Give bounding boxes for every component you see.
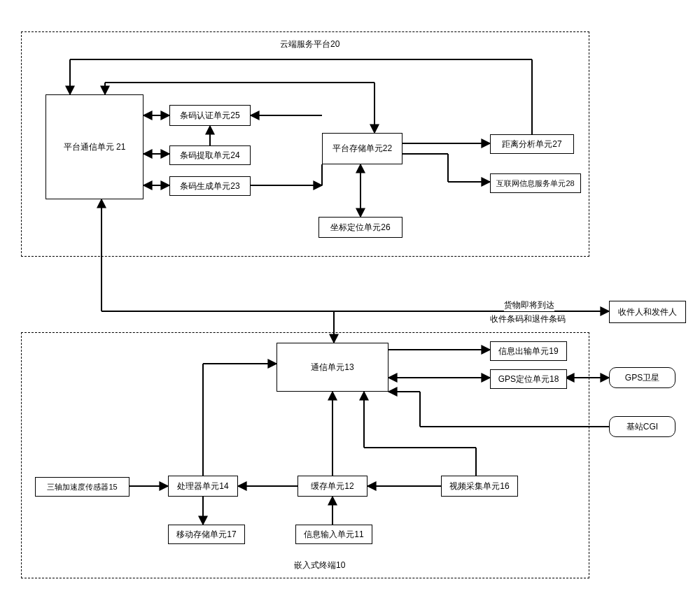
comm-unit-13: 通信单元13 [276,343,388,392]
mobile-store-label: 移动存储单元17 [176,529,236,541]
mobile-store-17: 移动存储单元17 [168,525,245,544]
base-cgi-label: 基站CGI [626,421,658,433]
coord-unit-26: 坐标定位单元26 [318,217,402,238]
barcode-auth-25: 条码认证单元25 [169,105,251,126]
cache-label: 缓存单元12 [311,480,354,492]
internet-unit-28: 互联网信息服务单元28 [490,173,581,193]
video-capture-label: 视频采集单元16 [449,480,509,492]
info-input-11: 信息输入单元11 [295,525,372,544]
accel-sensor-15: 三轴加速度传感器15 [35,477,130,497]
barcode-auth-label: 条码认证单元25 [180,110,239,122]
barcode-gen-23: 条码生成单元23 [169,176,251,196]
coord-unit-label: 坐标定位单元26 [330,222,390,234]
barcode-gen-label: 条码生成单元23 [180,180,239,192]
recipients-box: 收件人和发件人 [609,301,686,323]
barcode-extract-label: 条码提取单元24 [180,150,239,162]
diagram-canvas: 云端服务平台20 平台通信单元 21 条码认证单元25 条码提取单元24 条码生… [0,0,700,598]
processor-label: 处理器单元14 [177,480,228,492]
annotation-barcode: 收件条码和退件条码 [490,313,566,325]
distance-unit-27: 距离分析单元27 [490,134,574,154]
cache-12: 缓存单元12 [298,476,368,497]
recipients-label: 收件人和发件人 [618,306,677,318]
terminal-title: 嵌入式终端10 [294,560,345,571]
platform-store-22: 平台存储单元22 [322,133,402,164]
output-unit-19: 信息出输单元19 [490,341,567,361]
info-input-label: 信息输入单元11 [304,529,363,541]
gps-unit-label: GPS定位单元18 [498,373,559,385]
annotation-arrive: 货物即将到达 [504,299,554,311]
internet-unit-label: 互联网信息服务单元28 [496,178,574,189]
gps-sat-label: GPS卫星 [625,372,659,384]
cloud-comm-label: 平台通信单元 21 [64,141,126,153]
video-capture-16: 视频采集单元16 [441,476,518,497]
output-unit-label: 信息出输单元19 [498,346,558,357]
barcode-extract-24: 条码提取单元24 [169,145,251,165]
gps-sat-box: GPS卫星 [609,367,676,388]
cloud-comm-21: 平台通信单元 21 [46,94,144,199]
gps-unit-18: GPS定位单元18 [490,369,567,389]
distance-unit-label: 距离分析单元27 [502,138,561,150]
accel-sensor-label: 三轴加速度传感器15 [47,482,117,492]
platform-store-label: 平台存储单元22 [332,143,392,155]
processor-14: 处理器单元14 [168,476,238,497]
comm-unit-label: 通信单元13 [311,362,354,373]
cloud-title: 云端服务平台20 [280,38,340,50]
base-cgi-box: 基站CGI [609,416,676,437]
